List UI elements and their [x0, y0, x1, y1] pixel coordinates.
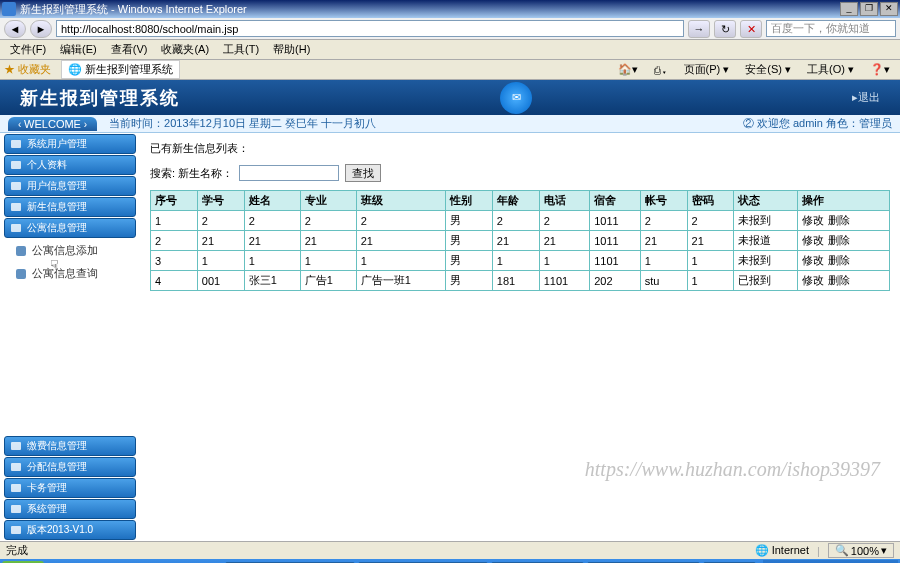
- main-area: 系统用户管理个人资料用户信息管理新生信息管理公寓信息管理 公寓信息添加公寓信息查…: [0, 133, 900, 541]
- table-cell: 21: [300, 231, 356, 251]
- table-cell: 2: [356, 211, 445, 231]
- delete-link[interactable]: 删除: [828, 234, 850, 246]
- table-cell: 1101: [590, 251, 641, 271]
- table-cell: 1: [356, 251, 445, 271]
- window-title-bar: 新生报到管理系统 - Windows Internet Explorer _ ❐…: [0, 0, 900, 18]
- ie-tool-item[interactable]: 🏠▾: [612, 60, 644, 79]
- search-row: 搜索: 新生名称： 查找: [150, 164, 890, 182]
- minimize-button[interactable]: _: [840, 2, 858, 16]
- zoom-control[interactable]: 🔍 100% ▾: [828, 543, 894, 558]
- table-header: 班级: [356, 191, 445, 211]
- restore-button[interactable]: ❐: [860, 2, 878, 16]
- exit-link[interactable]: ▸退出: [852, 90, 880, 105]
- sidebar-nav-item[interactable]: 卡务管理: [4, 478, 136, 498]
- table-cell: 2: [151, 231, 198, 251]
- ops-cell: 修改删除: [797, 251, 889, 271]
- table-header: 密码: [687, 191, 734, 211]
- sidebar-nav-item[interactable]: 用户信息管理: [4, 176, 136, 196]
- ie-tool-item[interactable]: 页面(P) ▾: [678, 59, 736, 80]
- close-button[interactable]: ✕: [880, 2, 898, 16]
- table-cell: 2: [300, 211, 356, 231]
- ops-cell: 修改删除: [797, 231, 889, 251]
- window-title: 新生报到管理系统 - Windows Internet Explorer: [20, 2, 247, 17]
- sidebar-nav-item[interactable]: 缴费信息管理: [4, 436, 136, 456]
- table-cell: 1: [687, 251, 734, 271]
- table-header: 帐号: [640, 191, 687, 211]
- ops-cell: 修改删除: [797, 271, 889, 291]
- sidebar-nav-item[interactable]: 新生信息管理: [4, 197, 136, 217]
- taskbar: 开始 MyEclipse Java Ente...新生报到管理系统 - ...M…: [0, 559, 900, 563]
- watermark: https://www.huzhan.com/ishop39397: [585, 458, 880, 481]
- table-cell: 2: [197, 211, 244, 231]
- table-cell: 2: [539, 211, 590, 231]
- menu-item[interactable]: 帮助(H): [267, 40, 316, 59]
- table-cell: 张三1: [244, 271, 300, 291]
- table-cell: 男: [446, 211, 493, 231]
- delete-link[interactable]: 删除: [828, 274, 850, 286]
- table-cell: 3: [151, 251, 198, 271]
- refresh-button[interactable]: ↻: [714, 20, 736, 38]
- menu-item[interactable]: 文件(F): [4, 40, 52, 59]
- edit-link[interactable]: 修改: [802, 234, 824, 246]
- search-button[interactable]: 查找: [345, 164, 381, 182]
- sidebar-nav-item[interactable]: 系统用户管理: [4, 134, 136, 154]
- table-header: 性别: [446, 191, 493, 211]
- ie-tool-item[interactable]: 工具(O) ▾: [801, 59, 860, 80]
- table-cell: 202: [590, 271, 641, 291]
- table-cell: 21: [687, 231, 734, 251]
- table-cell: 4: [151, 271, 198, 291]
- table-cell: 2: [492, 211, 539, 231]
- table-cell: 未报到: [734, 251, 797, 271]
- sidebar-sub-item[interactable]: 公寓信息添加: [0, 239, 140, 262]
- back-button[interactable]: ◄: [4, 20, 26, 38]
- menu-item[interactable]: 工具(T): [217, 40, 265, 59]
- table-cell: 21: [356, 231, 445, 251]
- time-text: 当前时间：2013年12月10日 星期二 癸巳年 十一月初八: [109, 116, 376, 131]
- table-header: 宿舍: [590, 191, 641, 211]
- table-header: 专业: [300, 191, 356, 211]
- search-input[interactable]: [239, 165, 339, 181]
- table-cell: 21: [539, 231, 590, 251]
- ie-tool-item[interactable]: 安全(S) ▾: [739, 59, 797, 80]
- edit-link[interactable]: 修改: [802, 274, 824, 286]
- current-tab[interactable]: 🌐 新生报到管理系统: [61, 60, 180, 79]
- sidebar-nav-item[interactable]: 个人资料: [4, 155, 136, 175]
- sidebar-nav-item[interactable]: 分配信息管理: [4, 457, 136, 477]
- sidebar-nav-item[interactable]: 系统管理: [4, 499, 136, 519]
- go-button[interactable]: →: [688, 20, 710, 38]
- ie-tool-item[interactable]: ⎙▾: [648, 61, 674, 79]
- stop-button[interactable]: ✕: [740, 20, 762, 38]
- sidebar-nav-item[interactable]: 公寓信息管理: [4, 218, 136, 238]
- delete-link[interactable]: 删除: [828, 254, 850, 266]
- table-cell: 未报道: [734, 231, 797, 251]
- favorites-label[interactable]: ★ 收藏夹: [4, 62, 51, 77]
- table-header: 电话: [539, 191, 590, 211]
- table-cell: stu: [640, 271, 687, 291]
- list-title: 已有新生信息列表：: [150, 141, 890, 156]
- data-table: 序号学号姓名专业班级性别年龄电话宿舍帐号密码状态操作 12222男2210112…: [150, 190, 890, 291]
- menu-item[interactable]: 收藏夹(A): [155, 40, 215, 59]
- url-input[interactable]: [56, 20, 684, 37]
- menu-item[interactable]: 查看(V): [105, 40, 154, 59]
- edit-link[interactable]: 修改: [802, 254, 824, 266]
- app-header: 新生报到管理系统 ✉ ▸退出: [0, 80, 900, 115]
- status-bar: 完成 🌐 Internet | 🔍 100% ▾: [0, 541, 900, 559]
- content-panel: 已有新生信息列表： 搜索: 新生名称： 查找 序号学号姓名专业班级性别年龄电话宿…: [140, 133, 900, 541]
- table-cell: 21: [197, 231, 244, 251]
- table-cell: 男: [446, 271, 493, 291]
- sidebar-sub-item[interactable]: 公寓信息查询: [0, 262, 140, 285]
- table-cell: 已报到: [734, 271, 797, 291]
- forward-button[interactable]: ►: [30, 20, 52, 38]
- browser-search-input[interactable]: [766, 20, 896, 37]
- delete-link[interactable]: 删除: [828, 214, 850, 226]
- menu-item[interactable]: 编辑(E): [54, 40, 103, 59]
- mail-icon: ✉: [500, 82, 532, 114]
- table-cell: 21: [244, 231, 300, 251]
- edit-link[interactable]: 修改: [802, 214, 824, 226]
- table-cell: 2: [640, 211, 687, 231]
- table-header: 序号: [151, 191, 198, 211]
- ie-tool-item[interactable]: ❓▾: [864, 60, 896, 79]
- sidebar-nav-item[interactable]: 版本2013-V1.0: [4, 520, 136, 540]
- favorites-bar: ★ 收藏夹 🌐 新生报到管理系统 🏠▾⎙▾页面(P) ▾安全(S) ▾工具(O)…: [0, 60, 900, 80]
- table-cell: 2: [687, 211, 734, 231]
